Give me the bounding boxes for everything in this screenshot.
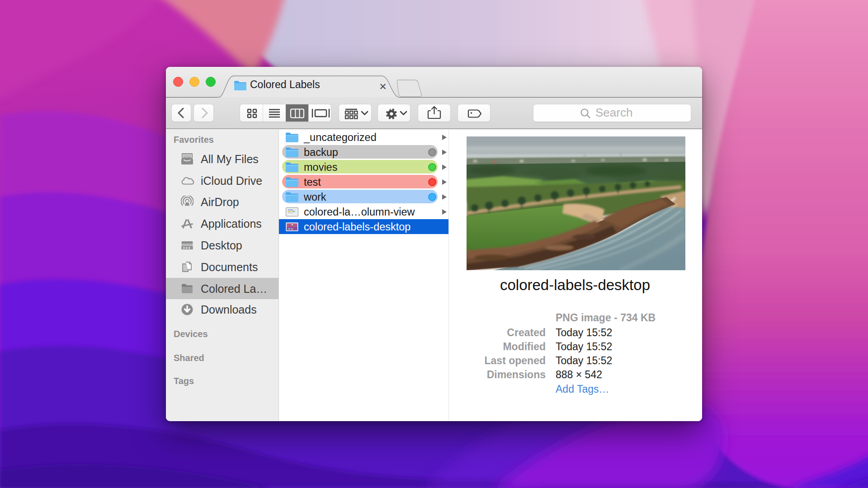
svg-text:Search: Search (595, 106, 632, 119)
